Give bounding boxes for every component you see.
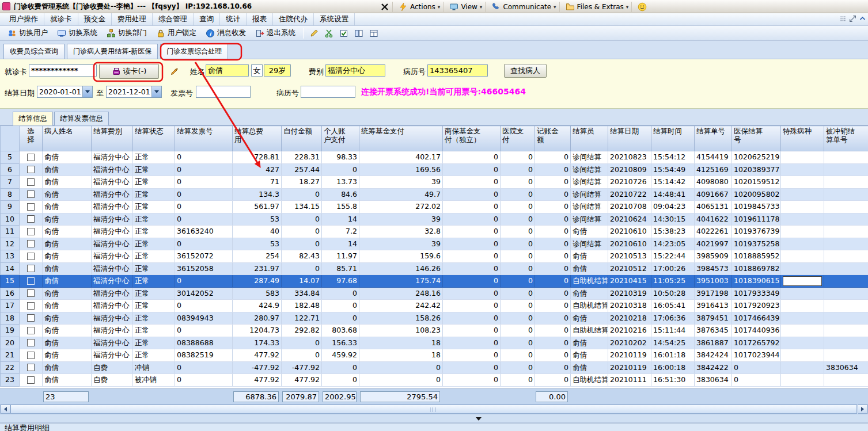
panel-splitter[interactable] [0, 414, 868, 423]
row-checkbox[interactable] [27, 289, 35, 297]
select-cell[interactable] [20, 188, 43, 201]
row-checkbox[interactable] [27, 314, 35, 322]
table-row[interactable]: 23俞倩自费被冲销0477.92477.9200000自助机结算20210111… [1, 374, 868, 387]
row-checkbox[interactable] [27, 190, 35, 198]
column-header-time[interactable]: 结算时间 [651, 126, 695, 151]
column-header-insurance_no[interactable]: 医保结算 号 [732, 126, 781, 151]
toolbar-exit-system-button[interactable]: 退出系统 [251, 26, 300, 40]
column-header-select[interactable]: 选 择 [20, 126, 43, 151]
row-checkbox[interactable] [27, 265, 35, 272]
row-checkbox[interactable] [27, 203, 35, 211]
toolbar-columns-button[interactable] [352, 27, 366, 40]
row-checkbox[interactable] [27, 253, 35, 260]
menu-item-5[interactable]: 查询 [194, 13, 220, 25]
table-row[interactable]: 15俞倩福清分中心正常0287.4914.0797.68175.74000自助机… [1, 275, 868, 288]
remote-tool-close[interactable] [377, 2, 393, 12]
column-header-commercial[interactable]: 商保基金支 付（独立） [443, 126, 501, 151]
select-cell[interactable] [20, 238, 43, 250]
select-cell[interactable] [20, 163, 43, 176]
table-row[interactable]: 14俞倩福清分中心正常36152058231.97085.71146.26000… [1, 262, 868, 275]
column-header-self_pay[interactable]: 自付金额 [282, 126, 322, 151]
row-checkbox[interactable] [27, 302, 35, 310]
row-checkbox[interactable] [27, 240, 35, 247]
column-header-status[interactable]: 结算状态 [133, 126, 175, 151]
date-to-dropdown-icon[interactable] [151, 86, 161, 97]
column-header-fee_type[interactable]: 结算费别 [92, 126, 133, 151]
collapse-arrow-icon[interactable] [476, 417, 482, 421]
date-from-dropdown-icon[interactable] [82, 86, 92, 97]
remote-tool-files-extras[interactable]: Files & Extras▾ [563, 2, 632, 12]
sub-tab-1[interactable]: 结算发票信息 [54, 112, 109, 126]
remote-tool-actions[interactable]: Actions▾ [396, 2, 444, 12]
toolbar-window-button[interactable] [367, 27, 381, 40]
row-checkbox[interactable] [27, 364, 35, 371]
table-row[interactable]: 13俞倩福清分中心正常3615207225482.4311.97159.6000… [1, 250, 868, 263]
corner-collapse-button[interactable] [859, 14, 866, 25]
date-to-combo[interactable]: 2021-12-01 [106, 86, 162, 98]
menu-item-0[interactable]: 用户操作 [3, 13, 44, 25]
menu-item-9[interactable]: 系统设置 [314, 13, 355, 25]
column-header-date[interactable]: 结算日期 [608, 126, 651, 151]
select-cell[interactable] [20, 250, 43, 263]
select-cell[interactable] [20, 275, 43, 288]
corner-grid-button[interactable] [839, 14, 847, 25]
scroll-thumb[interactable] [10, 405, 857, 414]
row-checkbox[interactable] [27, 178, 35, 186]
select-cell[interactable] [20, 300, 43, 312]
select-cell[interactable] [20, 361, 43, 374]
row-checkbox[interactable] [27, 352, 35, 359]
corner-expand-button[interactable] [849, 14, 856, 25]
fee-type-input[interactable] [325, 64, 385, 77]
toolbar-switch-system-button[interactable]: 切换系统 [53, 26, 101, 40]
table-row[interactable]: 6俞倩福清分中心正常0427257.440169.56000诊间结算202108… [1, 163, 868, 176]
menu-item-7[interactable]: 报表 [247, 13, 273, 25]
menu-item-2[interactable]: 预交金 [78, 13, 112, 25]
table-row[interactable]: 9俞倩福清分中心正常0561.97134.15155.8272.02000诊间结… [1, 201, 868, 213]
column-header-doc_no[interactable]: 结算单号 [695, 126, 732, 151]
table-row[interactable]: 5俞倩福清分中心正常0728.81228.3198.33402.17000诊间结… [1, 151, 868, 164]
select-cell[interactable] [20, 312, 43, 325]
table-row[interactable]: 7俞倩福清分中心正常07118.2713.7339000诊间结算20210726… [1, 176, 868, 189]
table-row[interactable]: 20俞倩福清分中心正常08388688174.330156.3318000俞倩2… [1, 337, 868, 349]
mrn-input[interactable] [427, 64, 488, 77]
table-row[interactable]: 12俞倩福清分中心正常05301439000诊间结算2021061014:23:… [1, 238, 868, 250]
tab-1[interactable]: 门诊病人费用结算-新医保 [67, 44, 158, 59]
find-patient-button[interactable]: 查找病人 [504, 64, 547, 78]
select-cell[interactable] [20, 176, 43, 189]
toolbar-messages-button[interactable]: i消息收发 [202, 26, 250, 40]
stamp-button[interactable] [168, 65, 181, 78]
column-header-name[interactable]: 病人姓名 [43, 126, 92, 151]
remote-tool-view[interactable]: View▾ [446, 2, 486, 12]
tab-0[interactable]: 收费员综合查询 [3, 44, 65, 59]
scroll-left-button[interactable] [1, 405, 10, 414]
menu-item-1[interactable]: 就诊卡 [44, 13, 78, 25]
mrn2-input[interactable] [301, 86, 355, 98]
row-checkbox[interactable] [27, 277, 35, 285]
table-row[interactable]: 18俞倩福清分中心正常08394943280.97122.710158.2600… [1, 312, 868, 325]
select-cell[interactable] [20, 226, 43, 238]
select-cell[interactable] [20, 349, 43, 362]
select-cell[interactable] [20, 325, 43, 337]
toolbar-cut-button[interactable] [322, 27, 336, 40]
select-cell[interactable] [20, 287, 43, 300]
table-row[interactable]: 10俞倩福清分中心正常05301439000诊间结算2021062414:30:… [1, 213, 868, 226]
select-cell[interactable] [20, 201, 43, 213]
row-checkbox[interactable] [27, 228, 35, 235]
toolbar-switch-user-button[interactable]: 切换用户 [3, 26, 52, 40]
select-cell[interactable] [20, 213, 43, 226]
column-header-operator[interactable]: 结算员 [571, 126, 608, 151]
table-row[interactable]: 16俞倩福清分中心正常30142052583334.840248.16000俞倩… [1, 287, 868, 300]
column-header-special[interactable]: 特殊病种 [781, 126, 824, 151]
menu-item-8[interactable]: 住院代办 [273, 13, 314, 25]
read-card-button[interactable]: 读卡(-) [99, 64, 159, 79]
toolbar-check-button[interactable] [337, 27, 351, 40]
remote-tool-communicate[interactable]: Communicate▾ [488, 2, 559, 12]
select-cell[interactable] [20, 151, 43, 164]
row-checkbox[interactable] [27, 166, 35, 173]
select-cell[interactable] [20, 262, 43, 275]
toolbar-lock-user-button[interactable]: 用户锁定 [152, 26, 200, 40]
card-input[interactable] [29, 64, 97, 77]
row-checkbox[interactable] [27, 154, 35, 161]
column-header-hospital[interactable]: 医院支 付 [501, 126, 535, 151]
column-header-total[interactable]: 结算总费 用 [233, 126, 282, 151]
